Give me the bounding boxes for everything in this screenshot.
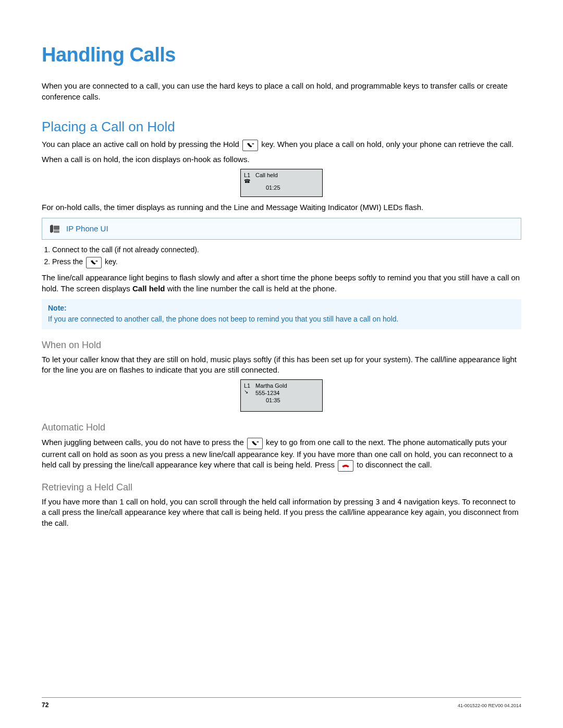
- svg-point-4: [96, 261, 97, 262]
- note-text: If you are connected to another call, th…: [48, 314, 515, 324]
- text: key. When you place a call on hold, only…: [261, 140, 513, 149]
- retrieving-text: If you have more than 1 call on hold, yo…: [42, 497, 521, 528]
- page-title: Handling Calls: [42, 42, 521, 68]
- phone-off-hook-icon: ↘: [244, 389, 255, 397]
- lcd-timer: 01:35: [244, 397, 319, 404]
- svg-point-5: [97, 261, 98, 262]
- flash-paragraph: The line/call appearance light begins to…: [42, 273, 521, 294]
- lcd-line: L1: [244, 171, 255, 179]
- text: and: [380, 497, 397, 506]
- text: When juggling between calls, you do not …: [42, 438, 246, 447]
- steps-list: Connect to the call (if not already conn…: [42, 245, 521, 268]
- hangup-key-icon: [338, 460, 353, 472]
- hold-key-icon: [86, 257, 102, 268]
- svg-point-7: [258, 441, 259, 442]
- svg-point-1: [253, 143, 254, 144]
- phone-on-hook-icon: ☎: [244, 179, 319, 184]
- svg-point-6: [257, 441, 258, 442]
- note-box: Note: If you are connected to another ca…: [42, 299, 521, 329]
- sub-retrieving-held-call: Retrieving a Held Call: [42, 481, 521, 493]
- sub-automatic-hold: Automatic Hold: [42, 421, 521, 434]
- step-2: Press the key.: [52, 257, 521, 268]
- lcd-timer: 01:25: [244, 184, 319, 191]
- svg-point-0: [252, 143, 253, 144]
- page-footer: 72 41-001522-00 REV00 04.2014: [42, 697, 521, 709]
- on-hook-text: When a call is on hold, the icon display…: [42, 154, 521, 165]
- text: to disconnect the call.: [357, 460, 432, 469]
- ip-phone-ui-label: IP Phone UI: [66, 224, 108, 234]
- lcd-name: Martha Gold: [255, 382, 287, 389]
- document-page: Handling Calls When you are connected to…: [0, 0, 563, 728]
- ip-phone-ui-box: IP Phone UI: [42, 218, 521, 240]
- lcd-martha: L1 Martha Gold ↘ 555-1234 01:35: [240, 379, 323, 412]
- when-on-hold-text: To let your caller know that they are st…: [42, 354, 521, 376]
- nav-key-4: 4: [397, 498, 401, 506]
- section-placing-call-on-hold: Placing a Call on Hold: [42, 118, 521, 136]
- step-1: Connect to the call (if not already conn…: [52, 245, 521, 255]
- lcd-label: Call held: [255, 171, 278, 179]
- lcd-call-held: L1 Call held ☎ 01:25: [240, 169, 323, 197]
- svg-rect-2: [54, 226, 59, 230]
- page-number: 72: [42, 701, 48, 709]
- revision-text: 41-001522-00 REV00 04.2014: [458, 702, 521, 709]
- text: If you have more than 1 call on hold, yo…: [42, 497, 375, 506]
- mwi-text: For on-hold calls, the timer displays as…: [42, 202, 521, 213]
- automatic-hold-text: When juggling between calls, you do not …: [42, 437, 521, 472]
- hold-intro-paragraph: You can place an active call on hold by …: [42, 139, 521, 151]
- lcd-line: L1: [244, 382, 255, 389]
- text: with the line number the call is held at…: [165, 284, 337, 293]
- step-text: key.: [105, 257, 118, 266]
- step-text: Press the: [52, 257, 85, 266]
- intro-paragraph: When you are connected to a call, you ca…: [42, 81, 521, 102]
- step-text: Connect to the call (if not already conn…: [52, 245, 199, 254]
- sub-when-on-hold: When on Hold: [42, 339, 521, 351]
- svg-rect-3: [54, 230, 59, 233]
- lcd-number: 555-1234: [255, 389, 280, 397]
- note-title: Note:: [48, 303, 515, 313]
- call-held-bold: Call held: [132, 284, 165, 293]
- text: You can place an active call on hold by …: [42, 140, 241, 149]
- hold-key-icon: [242, 140, 258, 151]
- desk-phone-icon: [48, 223, 61, 235]
- nav-key-3: 3: [375, 498, 380, 506]
- hold-key-icon: [247, 438, 263, 449]
